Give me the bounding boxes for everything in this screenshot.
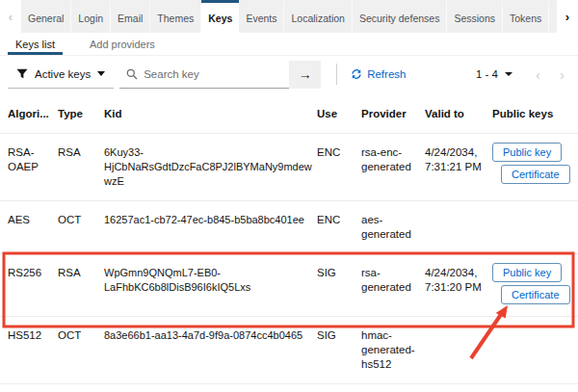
cell-valid-to: 4/24/2034, 7:31:21 PM bbox=[425, 145, 492, 189]
keys-table: Algori... Type Kid Use Provider Valid to… bbox=[0, 92, 578, 384]
pagination-range-label: 1 - 4 bbox=[476, 68, 498, 80]
column-header-provider: Provider bbox=[361, 107, 425, 121]
cell-algorithm: RS256 bbox=[8, 266, 58, 304]
realm-settings-tab-bar: ‹ General Login Email Themes Keys Events… bbox=[0, 0, 578, 33]
tab-bar-filler bbox=[549, 0, 557, 33]
table-bottom-border bbox=[0, 383, 578, 384]
certificate-button[interactable]: Certificate bbox=[501, 285, 570, 304]
key-status-filter-dropdown[interactable]: Active keys bbox=[8, 61, 114, 89]
table-row-rs256: RS256 RSA WpGmn9QNQmL7-EB0-LaFhbKC6b8lDi… bbox=[0, 253, 578, 316]
cell-kid: 16257ac1-cb72-47ec-b845-b5ba8bc401ee bbox=[104, 213, 317, 242]
cell-provider: rsa-generated bbox=[361, 266, 425, 304]
public-key-button[interactable]: Public key bbox=[492, 263, 562, 282]
cell-provider: rsa-enc-generated bbox=[361, 145, 425, 189]
cell-kid: WpGmn9QNQmL7-EB0-LaFhbKC6b8lDisB96I6kIQ5… bbox=[104, 266, 317, 304]
cell-actions-empty bbox=[492, 213, 578, 242]
cell-actions: Public key Certificate bbox=[492, 143, 578, 189]
tab-security-defenses[interactable]: Security defenses bbox=[353, 0, 447, 33]
cell-provider: hmac-generated-hs512 bbox=[361, 328, 425, 372]
tabs-scroll-left-button[interactable]: ‹ bbox=[0, 0, 21, 33]
cell-algorithm: RSA-OAEP bbox=[8, 145, 58, 189]
search-icon bbox=[126, 68, 138, 80]
cell-kid: 8a3e66b1-aa13-4a7d-9f9a-0874cc4b0465 bbox=[104, 328, 317, 372]
table-row-aes: AES OCT 16257ac1-cb72-47ec-b845-b5ba8bc4… bbox=[0, 200, 578, 253]
filter-icon bbox=[16, 68, 28, 80]
tab-tokens[interactable]: Tokens bbox=[503, 0, 549, 33]
refresh-label: Refresh bbox=[367, 68, 406, 80]
column-header-use: Use bbox=[317, 107, 361, 121]
subtab-keys-list[interactable]: Keys list bbox=[8, 33, 63, 55]
cell-type: RSA bbox=[58, 145, 104, 189]
cell-type: OCT bbox=[58, 328, 104, 372]
search-field-group bbox=[119, 61, 289, 89]
column-header-algorithm: Algori... bbox=[8, 107, 58, 121]
refresh-icon bbox=[351, 68, 362, 80]
tab-general[interactable]: General bbox=[21, 0, 71, 33]
cell-use: ENC bbox=[317, 213, 361, 242]
keys-subtab-bar: Keys list Add providers bbox=[0, 33, 578, 56]
cell-valid-to bbox=[425, 213, 492, 242]
subtab-add-providers[interactable]: Add providers bbox=[82, 33, 163, 55]
public-key-button[interactable]: Public key bbox=[492, 143, 562, 162]
cell-use: ENC bbox=[317, 145, 361, 189]
chevron-left-icon: ‹ bbox=[9, 10, 13, 24]
chevron-right-icon: › bbox=[560, 66, 565, 83]
cell-provider: aes-generated bbox=[361, 213, 425, 242]
cell-type: RSA bbox=[58, 266, 104, 304]
realm-settings-keys-page: ‹ General Login Email Themes Keys Events… bbox=[0, 0, 578, 392]
cell-valid-to bbox=[425, 328, 492, 372]
tab-localization[interactable]: Localization bbox=[284, 0, 352, 33]
cell-use: SIG bbox=[317, 266, 361, 304]
table-row-hs512: HS512 OCT 8a3e66b1-aa13-4a7d-9f9a-0874cc… bbox=[0, 316, 578, 383]
certificate-button[interactable]: Certificate bbox=[501, 165, 570, 184]
table-row-rsa-oaep: RSA-OAEP RSA 6Kuy33-HjCbNaRsGdtDzcFaC8PJ… bbox=[0, 133, 578, 200]
keys-toolbar: Active keys → Refresh 1 - 4 ‹ bbox=[0, 56, 578, 92]
tab-events[interactable]: Events bbox=[239, 0, 284, 33]
search-input[interactable] bbox=[144, 68, 282, 80]
cell-algorithm: HS512 bbox=[8, 328, 58, 372]
cell-use: SIG bbox=[317, 328, 361, 372]
chevron-right-icon: › bbox=[565, 10, 569, 24]
pagination-prev-button[interactable]: ‹ bbox=[536, 66, 540, 83]
tabs-scroll-right-button[interactable]: › bbox=[557, 0, 578, 33]
pagination-range-dropdown[interactable]: 1 - 4 bbox=[476, 68, 512, 80]
arrow-right-icon: → bbox=[299, 66, 312, 82]
tab-email[interactable]: Email bbox=[111, 0, 150, 33]
chevron-down-icon bbox=[97, 71, 105, 76]
tab-sessions[interactable]: Sessions bbox=[447, 0, 503, 33]
filter-selected-value: Active keys bbox=[35, 68, 91, 80]
chevron-down-icon bbox=[505, 72, 512, 76]
column-header-type: Type bbox=[58, 107, 104, 121]
cell-actions-empty bbox=[492, 328, 578, 372]
pagination-next-button[interactable]: › bbox=[560, 66, 565, 83]
search-submit-button[interactable]: → bbox=[289, 61, 321, 89]
tab-keys[interactable]: Keys bbox=[201, 0, 239, 33]
chevron-left-icon: ‹ bbox=[536, 66, 540, 83]
cell-type: OCT bbox=[58, 213, 104, 242]
toolbar-divider bbox=[336, 64, 337, 85]
column-header-valid-to: Valid to bbox=[425, 107, 492, 121]
tab-login[interactable]: Login bbox=[71, 0, 111, 33]
tab-themes[interactable]: Themes bbox=[150, 0, 201, 33]
cell-algorithm: AES bbox=[8, 213, 58, 242]
cell-kid: 6Kuy33-HjCbNaRsGdtDzcFaC8PJ2lBYMaNy9mdew… bbox=[104, 145, 317, 189]
table-header-row: Algori... Type Kid Use Provider Valid to… bbox=[0, 92, 578, 133]
column-header-public-keys: Public keys bbox=[492, 107, 578, 121]
column-header-kid: Kid bbox=[104, 107, 317, 121]
cell-valid-to: 4/24/2034, 7:31:20 PM bbox=[425, 266, 492, 304]
refresh-button[interactable]: Refresh bbox=[351, 68, 406, 80]
cell-actions: Public key Certificate bbox=[492, 263, 578, 304]
